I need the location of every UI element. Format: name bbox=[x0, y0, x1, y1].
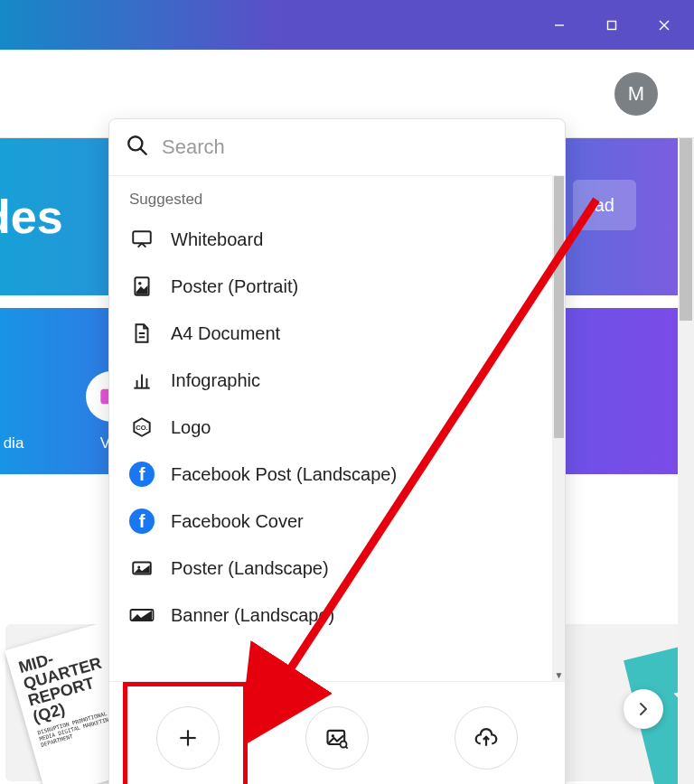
scroll-down-icon[interactable]: ▼ bbox=[553, 668, 565, 681]
svg-line-27 bbox=[346, 747, 348, 749]
window-titlebar bbox=[0, 0, 694, 50]
suggestion-label: Poster (Portrait) bbox=[171, 276, 298, 297]
suggested-header: Suggested bbox=[109, 176, 565, 216]
suggestion-poster-portrait[interactable]: Poster (Portrait) bbox=[109, 263, 565, 310]
svg-point-20 bbox=[137, 565, 140, 568]
image-icon bbox=[129, 274, 155, 299]
suggestion-banner-landscape[interactable]: Banner (Landscape) bbox=[109, 592, 565, 639]
image-icon bbox=[129, 555, 155, 581]
svg-rect-7 bbox=[133, 231, 151, 243]
svg-point-26 bbox=[340, 742, 346, 748]
edit-photo-button[interactable]: Edit photo bbox=[269, 706, 405, 784]
suggestion-label: Banner (Landscape) bbox=[171, 605, 334, 626]
suggestion-label: Facebook Cover bbox=[171, 511, 304, 532]
close-button[interactable] bbox=[643, 7, 685, 43]
category-label: dia bbox=[0, 434, 54, 453]
banner-icon bbox=[129, 602, 155, 628]
plus-icon bbox=[156, 706, 220, 770]
suggestions-scrollbar-thumb[interactable] bbox=[554, 176, 564, 438]
carousel-next-button[interactable] bbox=[624, 689, 663, 729]
chart-icon bbox=[129, 368, 155, 393]
svg-point-11 bbox=[138, 282, 141, 285]
search-input[interactable] bbox=[162, 135, 549, 159]
suggestion-whiteboard[interactable]: Whiteboard bbox=[109, 216, 565, 263]
suggestion-facebook-cover[interactable]: f Facebook Cover bbox=[109, 498, 565, 545]
suggestion-label: Infographic bbox=[171, 370, 260, 391]
edit-photo-icon bbox=[305, 706, 369, 770]
category-item[interactable]: dia bbox=[0, 371, 54, 453]
search-row bbox=[109, 119, 565, 176]
suggestion-label: Whiteboard bbox=[171, 229, 263, 250]
suggestion-poster-landscape[interactable]: Poster (Landscape) bbox=[109, 545, 565, 592]
upload-button[interactable]: ad bbox=[573, 180, 636, 230]
whiteboard-icon bbox=[129, 227, 155, 252]
action-row: Custom size Edit photo Import file bbox=[109, 681, 565, 784]
minimize-button[interactable] bbox=[539, 7, 580, 43]
hero-headline: ou des bbox=[0, 190, 63, 244]
svg-rect-1 bbox=[608, 21, 616, 29]
svg-line-6 bbox=[141, 149, 146, 154]
import-file-button[interactable]: Import file bbox=[418, 706, 554, 784]
page-scrollbar[interactable] bbox=[678, 50, 694, 784]
suggestion-label: A4 Document bbox=[171, 323, 280, 344]
logo-icon: CO. bbox=[129, 415, 155, 440]
suggestion-label: Poster (Landscape) bbox=[171, 558, 329, 579]
facebook-icon: f bbox=[129, 462, 155, 487]
custom-size-button[interactable]: Custom size bbox=[120, 706, 256, 784]
avatar[interactable]: M bbox=[614, 72, 658, 116]
suggestion-infographic[interactable]: Infographic bbox=[109, 357, 565, 404]
suggestion-facebook-post[interactable]: f Facebook Post (Landscape) bbox=[109, 451, 565, 498]
suggestion-label: Logo bbox=[171, 417, 211, 438]
suggestion-logo[interactable]: CO. Logo bbox=[109, 404, 565, 451]
search-icon bbox=[126, 134, 149, 161]
suggestions-scrollbar[interactable]: ▼ bbox=[552, 176, 565, 681]
maximize-button[interactable] bbox=[591, 7, 633, 43]
cloud-upload-icon bbox=[455, 706, 518, 770]
search-popover: Suggested Whiteboard Poster (Portrait) A… bbox=[108, 118, 566, 784]
facebook-icon: f bbox=[129, 509, 155, 534]
suggestion-label: Facebook Post (Landscape) bbox=[171, 464, 397, 485]
suggestion-a4-document[interactable]: A4 Document bbox=[109, 310, 565, 357]
document-icon bbox=[129, 321, 155, 346]
svg-text:CO.: CO. bbox=[136, 424, 147, 432]
